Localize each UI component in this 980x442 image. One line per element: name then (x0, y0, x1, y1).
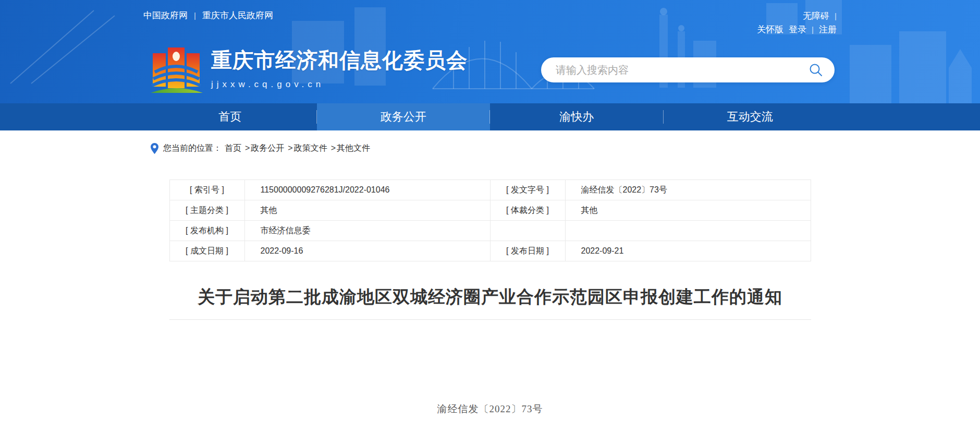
table-row: [ 索引号 ] 11500000009276281J/2022-01046 [ … (169, 180, 811, 200)
search-box (541, 57, 835, 82)
publish-date-label: [ 发布日期 ] (490, 241, 565, 261)
publish-date-value: 2022-09-21 (565, 241, 811, 261)
breadcrumb: 您当前的位置： 首页 > 政务公开 > 政策文件 > 其他文件 (143, 142, 837, 154)
main-content: 您当前的位置： 首页 > 政务公开 > 政策文件 > 其他文件 [ 索引号 ] … (143, 130, 837, 416)
topbar: 中国政府网 | 重庆市人民政府网 无障碍 | 关怀版 登录 | 注册 (143, 0, 837, 37)
issuing-org-value: 市经济信息委 (244, 221, 490, 241)
nav-tab-home[interactable]: 首页 (143, 103, 317, 130)
topbar-link-china-gov[interactable]: 中国政府网 (143, 9, 188, 21)
doc-symbol-value: 渝经信发〔2022〕73号 (565, 180, 811, 200)
issuing-org-label: [ 发布机构 ] (169, 221, 244, 241)
divider: | (812, 23, 814, 37)
breadcrumb-link-home[interactable]: 首页 (225, 143, 241, 154)
table-row: [ 发布机构 ] 市经济信息委 (169, 221, 811, 241)
written-date-label: [ 成文日期 ] (169, 241, 244, 261)
table-row: [ 成文日期 ] 2022-09-16 [ 发布日期 ] 2022-09-21 (169, 241, 811, 261)
page-title: 关于启动第二批成渝地区双城经济圈产业合作示范园区申报创建工作的通知 (169, 285, 811, 309)
site-name[interactable]: 重庆市经济和信息化委员会 (211, 46, 468, 75)
breadcrumb-separator: > (288, 144, 292, 153)
site-url: jjxxw.cq.gov.cn (211, 79, 468, 90)
location-pin-icon (151, 143, 158, 154)
breadcrumb-link-policy-documents[interactable]: 政策文件 (294, 143, 327, 154)
topic-category-value: 其他 (244, 200, 490, 221)
breadcrumb-link-other-documents[interactable]: 其他文件 (337, 143, 370, 154)
site-logo[interactable] (151, 45, 203, 93)
nav-tab-interaction[interactable]: 互动交流 (664, 103, 837, 130)
divider: | (194, 11, 196, 20)
login-link[interactable]: 登录 (789, 23, 806, 37)
doc-number: 渝经信发〔2022〕73号 (143, 402, 837, 416)
register-link[interactable]: 注册 (819, 23, 837, 37)
brand-block: 重庆市经济和信息化委员会 jjxxw.cq.gov.cn (151, 45, 468, 93)
breadcrumb-prefix: 您当前的位置： (163, 143, 222, 154)
care-version-link[interactable]: 关怀版 (757, 23, 783, 37)
genre-category-value: 其他 (565, 200, 811, 221)
genre-category-label: [ 体裁分类 ] (490, 200, 565, 221)
search-input[interactable] (556, 64, 808, 76)
index-no-value: 11500000009276281J/2022-01046 (244, 180, 490, 200)
doc-symbol-label: [ 发文字号 ] (490, 180, 565, 200)
topic-category-label: [ 主题分类 ] (169, 200, 244, 221)
main-nav: 首页 政务公开 渝快办 互动交流 (0, 103, 980, 130)
nav-tab-yukuaiban[interactable]: 渝快办 (490, 103, 664, 130)
empty-label-cell (490, 221, 565, 241)
search-button[interactable] (808, 63, 823, 77)
breadcrumb-separator: > (331, 144, 336, 153)
empty-value-cell (565, 221, 811, 241)
accessibility-link[interactable]: 无障碍 (803, 9, 829, 23)
search-icon (808, 63, 823, 77)
title-divider (169, 319, 811, 320)
divider: | (835, 9, 837, 23)
breadcrumb-separator: > (245, 144, 250, 153)
breadcrumb-link-government-affairs[interactable]: 政务公开 (251, 143, 284, 154)
document-meta-table: [ 索引号 ] 11500000009276281J/2022-01046 [ … (169, 180, 811, 261)
site-header: 中国政府网 | 重庆市人民政府网 无障碍 | 关怀版 登录 | 注册 (0, 0, 980, 103)
index-no-label: [ 索引号 ] (169, 180, 244, 200)
nav-tab-government-affairs[interactable]: 政务公开 (317, 103, 491, 130)
table-row: [ 主题分类 ] 其他 [ 体裁分类 ] 其他 (169, 200, 811, 221)
written-date-value: 2022-09-16 (244, 241, 490, 261)
topbar-link-cq-gov[interactable]: 重庆市人民政府网 (202, 9, 273, 21)
